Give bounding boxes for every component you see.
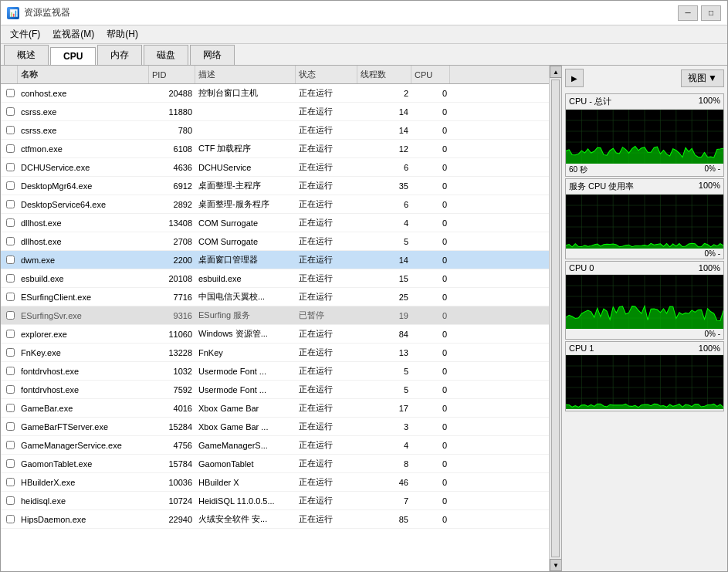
row-name: ESurfingClient.exe [18,293,149,302]
row-checkbox[interactable] [2,218,18,227]
tab-cpu[interactable]: CPU [50,47,96,65]
row-threads: 25 [357,293,411,302]
row-checkbox[interactable] [2,200,18,208]
scroll-up-arrow[interactable]: ▲ [550,66,562,78]
table-row[interactable]: GaomonTablet.exe 15784 GaomonTablet 正在运行… [1,455,549,473]
table-row[interactable]: ESurfingClient.exe 7716 中国电信天翼校... 正在运行 … [1,288,549,306]
table-row[interactable]: fontdrvhost.exe 7592 Usermode Font ... 正… [1,381,549,399]
row-checkbox[interactable] [2,107,18,116]
table-row[interactable]: DesktopService64.exe 2892 桌面整理-服务程序 正在运行… [1,195,549,214]
col-pid[interactable]: PID [149,66,195,83]
col-extra [450,66,466,83]
table-row[interactable]: dwm.exe 2200 桌面窗口管理器 正在运行 14 0 [1,251,549,269]
row-checkbox[interactable] [2,126,18,134]
row-checkbox[interactable] [2,89,18,97]
row-desc: Xbox Game Bar [195,404,296,413]
table-row[interactable]: csrss.exe 11880 正在运行 14 0 [1,103,549,121]
table-row[interactable]: HipsDaemon.exe 22940 火绒安全软件 安... 正在运行 85… [1,510,549,529]
row-name: ESurfingSvr.exe [18,311,149,320]
row-threads: 2 [357,89,411,98]
row-status: 正在运行 [296,106,357,117]
row-status: 正在运行 [296,124,357,136]
row-name: DCHUService.exe [18,163,149,172]
table-row[interactable]: fontdrvhost.exe 1032 Usermode Font ... 正… [1,362,549,381]
table-row[interactable]: heidisql.exe 10724 HeidiSQL 11.0.0.5... … [1,492,549,510]
row-checkbox[interactable] [2,422,18,431]
row-checkbox[interactable] [2,385,18,394]
col-desc[interactable]: 描述 [195,66,296,83]
svg-marker-17 [566,147,723,164]
row-desc: GameManagerS... [195,441,296,450]
table-row[interactable]: ctfmon.exe 6108 CTF 加载程序 正在运行 12 0 [1,140,549,158]
row-checkbox[interactable] [2,293,18,301]
row-checkbox[interactable] [2,367,18,375]
table-row[interactable]: explorer.exe 11060 Windows 资源管... 正在运行 8… [1,325,549,344]
row-pid: 4636 [149,163,195,172]
table-row[interactable]: GameManagerService.exe 4756 GameManagerS… [1,436,549,455]
col-cpu[interactable]: CPU [411,66,450,83]
table-row[interactable]: esbuild.exe 20108 esbuild.exe 正在运行 15 0 [1,269,549,288]
vertical-scrollbar[interactable]: ▲ ▼ [549,66,561,571]
table-row[interactable]: DesktopMgr64.exe 6912 桌面整理-主程序 正在运行 35 0 [1,177,549,195]
row-status: 正在运行 [296,217,357,228]
row-checkbox[interactable] [2,459,18,468]
menu-help[interactable]: 帮助(H) [100,26,144,42]
row-name: DesktopService64.exe [18,200,149,209]
row-checkbox[interactable] [2,256,18,264]
menu-monitor[interactable]: 监视器(M) [46,26,100,42]
row-checkbox[interactable] [2,311,18,320]
play-button[interactable]: ▶ [565,69,584,87]
row-checkbox[interactable] [2,163,18,171]
row-pid: 13228 [149,348,195,357]
graph-section-cpu-0: CPU 0 100% 0% - [565,261,724,340]
graph-pct-cpu-1: 100% [699,344,720,353]
table-row[interactable]: ESurfingSvr.exe 9316 ESurfing 服务 已暂停 19 … [1,306,549,325]
row-desc: ESurfing 服务 [195,310,296,321]
row-checkbox[interactable] [2,404,18,412]
row-desc: 火绒安全软件 安... [195,513,296,525]
window: 📊 资源监视器 ─ □ 文件(F) 监视器(M) 帮助(H) 概述 CPU 内存… [0,0,728,572]
col-threads[interactable]: 线程数 [357,66,411,83]
table-row[interactable]: conhost.exe 20488 控制台窗口主机 正在运行 2 0 [1,84,549,103]
col-name[interactable]: 名称 [18,66,149,83]
scroll-thumb[interactable] [551,80,560,557]
table-row[interactable]: dllhost.exe 2708 COM Surrogate 正在运行 5 0 [1,232,549,251]
row-checkbox[interactable] [2,441,18,449]
row-status: 正在运行 [296,365,357,377]
row-checkbox[interactable] [2,515,18,523]
row-checkbox[interactable] [2,478,18,486]
menu-file[interactable]: 文件(F) [4,26,46,42]
table-row[interactable]: HBuilderX.exe 10036 HBuilder X 正在运行 46 0 [1,473,549,492]
restore-button[interactable]: □ [701,5,721,21]
tab-overview[interactable]: 概述 [4,45,49,65]
chevron-down-icon: ▼ [708,73,717,83]
table-row[interactable]: GameBar.exe 4016 Xbox Game Bar 正在运行 17 0 [1,399,549,418]
tab-network[interactable]: 网络 [190,45,235,65]
table-row[interactable]: csrss.exe 780 正在运行 14 0 [1,121,549,140]
row-checkbox[interactable] [2,496,18,505]
table-row[interactable]: DCHUService.exe 4636 DCHUService 正在运行 6 … [1,158,549,177]
row-checkbox[interactable] [2,237,18,245]
row-checkbox[interactable] [2,144,18,153]
col-status[interactable]: 状态 [296,66,357,83]
table-row[interactable]: dllhost.exe 13408 COM Surrogate 正在运行 4 0 [1,214,549,232]
tab-disk[interactable]: 磁盘 [144,45,188,65]
col-check [2,66,18,83]
row-threads: 84 [357,330,411,339]
row-checkbox[interactable] [2,348,18,357]
table-row[interactable]: GameBarFTServer.exe 15284 Xbox Game Bar … [1,418,549,436]
view-button[interactable]: 视图 ▼ [681,69,724,87]
row-name: dllhost.exe [18,237,149,246]
row-desc: CTF 加载程序 [195,143,296,154]
row-name: csrss.exe [18,107,149,117]
tab-memory[interactable]: 内存 [97,45,142,65]
row-checkbox[interactable] [2,274,18,283]
row-checkbox[interactable] [2,330,18,338]
table-row[interactable]: FnKey.exe 13228 FnKey 正在运行 13 0 [1,344,549,362]
row-checkbox[interactable] [2,181,18,190]
minimize-button[interactable]: ─ [678,5,698,21]
scroll-down-arrow[interactable]: ▼ [550,559,562,571]
row-status: 正在运行 [296,272,357,284]
row-status: 正在运行 [296,421,357,432]
row-threads: 14 [357,256,411,265]
